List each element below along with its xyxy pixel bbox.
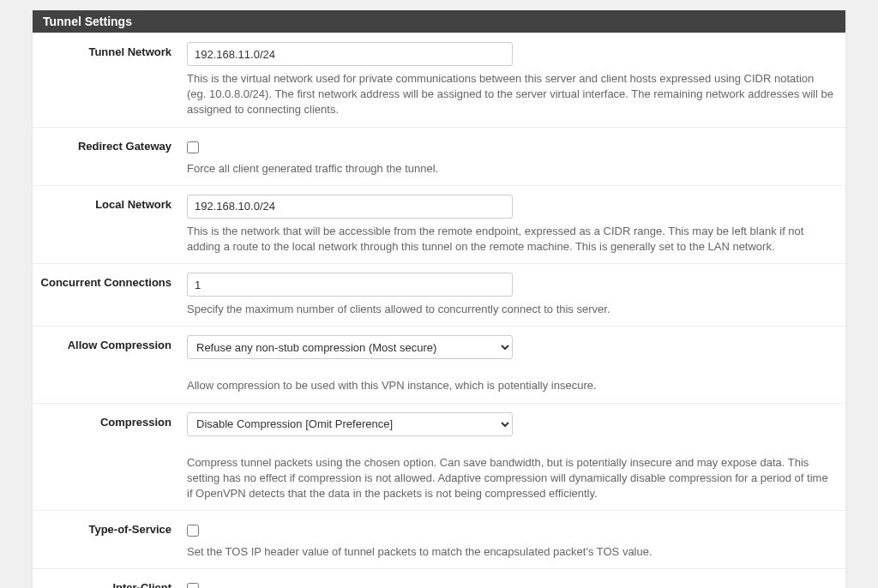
row-redirect-gateway: Redirect Gateway Force all client genera… — [33, 127, 845, 185]
row-allow-compression: Allow Compression Refuse any non-stub co… — [33, 326, 845, 402]
label-allow-compression: Allow Compression — [33, 335, 187, 393]
label-compression: Compression — [33, 412, 187, 502]
allow-compression-select[interactable]: Refuse any non-stub compression (Most se… — [187, 335, 513, 359]
concurrent-connections-input[interactable] — [187, 273, 513, 297]
inter-client-checkbox[interactable] — [187, 583, 199, 588]
local-network-input[interactable] — [187, 195, 513, 219]
help-concurrent-connections: Specify the maximum number of clients al… — [187, 302, 833, 317]
row-concurrent-connections: Concurrent Connections Specify the maxim… — [33, 263, 845, 326]
label-local-network: Local Network — [33, 195, 187, 255]
panel-title: Tunnel Settings — [33, 10, 845, 33]
help-compression: Compress tunnel packets using the chosen… — [187, 455, 833, 502]
label-tunnel-network: Tunnel Network — [33, 42, 187, 118]
row-local-network: Local Network This is the network that w… — [33, 185, 845, 263]
row-type-of-service: Type-of-Service Set the TOS IP header va… — [33, 510, 845, 568]
row-inter-client: Inter-Client Communication Allow communi… — [33, 568, 845, 588]
row-tunnel-network: Tunnel Network This is the virtual netwo… — [33, 33, 845, 127]
tunnel-network-input[interactable] — [187, 42, 513, 66]
tunnel-settings-panel: Tunnel Settings Tunnel Network This is t… — [33, 10, 845, 588]
label-redirect-gateway: Redirect Gateway — [33, 136, 187, 177]
label-inter-client: Inter-Client Communication — [33, 578, 187, 588]
row-compression: Compression Disable Compression [Omit Pr… — [33, 403, 845, 511]
help-tunnel-network: This is the virtual network used for pri… — [187, 71, 833, 118]
label-type-of-service: Type-of-Service — [33, 519, 187, 560]
type-of-service-checkbox[interactable] — [187, 525, 199, 537]
compression-select[interactable]: Disable Compression [Omit Preference] — [187, 412, 513, 436]
help-allow-compression: Allow compression to be used with this V… — [187, 378, 833, 393]
help-local-network: This is the network that will be accessi… — [187, 224, 833, 255]
help-type-of-service: Set the TOS IP header value of tunnel pa… — [187, 544, 833, 560]
help-redirect-gateway: Force all client generated traffic throu… — [187, 161, 833, 177]
label-concurrent-connections: Concurrent Connections — [33, 273, 187, 317]
redirect-gateway-checkbox[interactable] — [187, 141, 199, 153]
